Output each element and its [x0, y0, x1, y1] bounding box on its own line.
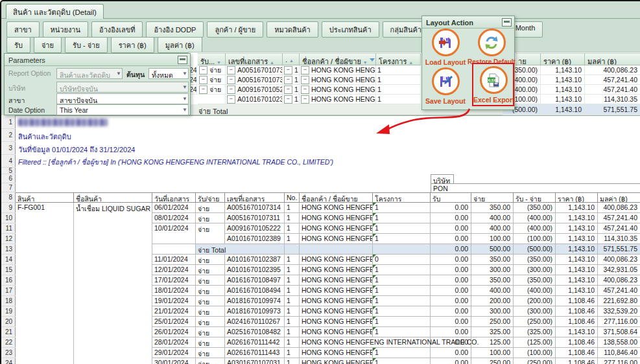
grid-column-header[interactable]: รับ...▼ [198, 53, 226, 65]
sheet-cell-doc-number[interactable]: A0251670108482 [225, 327, 285, 337]
sheet-cell-recpay[interactable]: จ่าย [196, 255, 225, 265]
sheet-cell-pay[interactable]: 400.00 [471, 213, 514, 223]
sheet-cell-date[interactable]: 18/01/2024 [152, 286, 196, 296]
row-number[interactable]: 19 [1, 306, 16, 317]
sheet-cell-no[interactable]: 1 [285, 358, 300, 364]
sheet-cell-doc-number[interactable]: A0091670105222 [225, 223, 285, 234]
sheet-cell-product-name[interactable]: น้ำเชื่อม LIQUID SUGAR [74, 203, 152, 364]
sheet-cell-project[interactable]: 1 [373, 306, 431, 317]
tab-detail-report[interactable]: สินค้า และวัตถุดิบ (Detail) [6, 4, 104, 19]
row-number[interactable]: 15 [1, 265, 16, 275]
sheet-cell-value[interactable]: 400,086.23 [598, 203, 640, 213]
sheet-cell-recpay[interactable]: จ่าย [196, 296, 225, 306]
sheet-cell-receive[interactable]: 0.00 [431, 296, 471, 306]
sheet-cell[interactable] [373, 244, 431, 255]
sheet-cell-net[interactable]: (300.00) [514, 265, 556, 275]
sheet-total-label[interactable]: จ่าย Total [196, 244, 225, 255]
sheet-cell-price[interactable]: 1,108.46 [556, 337, 598, 348]
branch-select[interactable]: สาขาปัจจุบัน▼ [56, 93, 189, 104]
sheet-cell-doc-number[interactable]: A0241670110267 [225, 317, 285, 327]
sheet-cell-recpay[interactable]: จ่าย [196, 317, 225, 327]
sheet-cell-doc-number[interactable]: A0101670102389 [225, 234, 285, 244]
field-button[interactable]: ลูกค้า / ผู้ขาย [207, 21, 263, 38]
sheet-cell-net[interactable]: (400.00) [514, 213, 556, 223]
sheet-cell[interactable] [285, 244, 300, 255]
sheet-cell-project[interactable]: 1 [373, 327, 431, 337]
filter-dropdown-icon[interactable]: ▼ [363, 60, 368, 65]
company-band-label[interactable]: บริษัท [431, 174, 454, 184]
sheet-cell-project[interactable]: 1 [373, 348, 431, 358]
sheet-cell-net[interactable]: (350.00) [514, 275, 556, 286]
sheet-cell-customer[interactable]: HONG KONG HENGFENG INTERN [300, 255, 373, 265]
row-number[interactable]: 9 [1, 203, 16, 213]
sheet-cell-project[interactable]: 1 [373, 265, 431, 275]
sheet-cell-no[interactable]: 1 [285, 306, 300, 317]
grid-column-header[interactable]: โครงการ▲ [376, 53, 421, 65]
sheet-cell-no[interactable]: 1 [285, 223, 300, 234]
grid-cell-no[interactable]: −1 [283, 75, 300, 85]
sheet-cell-no[interactable]: 1 [285, 234, 300, 244]
sheet-cell-value[interactable]: 457,241.40 [598, 213, 640, 223]
grid-cell-price[interactable]: 1,143.10 [541, 75, 585, 85]
sheet-cell-no[interactable]: 1 [285, 275, 300, 286]
sheet-cell-net[interactable]: (100.00) [514, 348, 556, 358]
collapse-icon[interactable]: − [199, 66, 207, 74]
sheet-cell-price[interactable]: 1,143.10 [556, 234, 598, 244]
grid-cell-customer[interactable]: −HONG KONG HENGFENG I... [300, 95, 376, 104]
restore-default-button[interactable]: Restore Default [467, 28, 516, 65]
collapse-icon[interactable]: − [199, 76, 207, 84]
sheet-cell-no[interactable]: 1 [285, 348, 300, 358]
sheet-header-cell[interactable]: มูลค่า (฿) [598, 192, 640, 203]
row-number[interactable]: 20 [1, 317, 16, 327]
sheet-cell-net[interactable]: (350.00) [514, 203, 556, 213]
sheet-cell-receive[interactable]: 0.00 [431, 223, 471, 234]
sheet-header-cell[interactable]: เลขที่เอกสาร [225, 192, 285, 203]
field-button[interactable]: สาขา [6, 21, 40, 38]
sheet-cell[interactable] [300, 244, 373, 255]
sheet-cell-project[interactable]: 1 [373, 213, 431, 223]
sheet-cell-doc-number[interactable]: A0261670111442 [225, 337, 285, 348]
collapse-icon[interactable]: − [301, 76, 309, 84]
sheet-cell-product-code[interactable]: F-FG001 [16, 203, 74, 364]
field-button[interactable]: หน่วยงาน [43, 21, 88, 38]
sheet-cell-customer[interactable]: HONG KONG HENGFENG INTERN [300, 296, 373, 306]
grid-cell-recpay[interactable]: −จ่าย [198, 65, 226, 75]
sheet-cell[interactable] [152, 244, 196, 255]
sheet-cell-project[interactable]: 1 [373, 317, 431, 327]
row-number[interactable]: 8 [1, 192, 16, 203]
sheet-cell-pay[interactable]: 100.00 [471, 234, 514, 244]
sheet-header-cell[interactable]: ชื่อสินค้า [74, 192, 152, 203]
sheet-cell-value[interactable]: 342,931.05 [598, 265, 640, 275]
sheet-cell-doc-number[interactable]: A0161670108494 [225, 286, 285, 296]
row-number[interactable]: 24 [1, 358, 16, 364]
sheet-cell-customer[interactable]: HONG KONG HENGFENG INTERN [300, 286, 373, 296]
sheet-cell-net[interactable]: (400.00) [514, 223, 556, 234]
sheet-cell-date[interactable]: 17/01/2024 [152, 275, 196, 286]
sheet-cell-price[interactable]: 1,108.46 [556, 317, 598, 327]
sheet-cell-value[interactable]: 400,086.23 [598, 275, 640, 286]
sheet-cell-no[interactable]: 1 [285, 327, 300, 337]
sheet-cell-date[interactable]: 21/01/2024 [152, 306, 196, 317]
sheet-cell[interactable] [225, 244, 285, 255]
sheet-cell-price[interactable]: 1,143.10 [556, 223, 598, 234]
minimize-icon[interactable] [178, 56, 187, 64]
sheet-cell-pay[interactable]: 350.00 [471, 255, 514, 265]
sheet-cell-project[interactable]: 1 [373, 223, 431, 234]
sheet-cell-customer[interactable]: HONG KONG HENGFENG INTERN [300, 358, 373, 364]
sheet-cell-value[interactable]: 114,310.35 [598, 234, 640, 244]
grid-cell-value[interactable]: 400,086.23 [585, 65, 640, 75]
sheet-cell-pay[interactable]: 400.00 [471, 223, 514, 234]
grid-cell-recpay[interactable]: −จ่าย [198, 75, 226, 85]
sheet-header-cell[interactable]: ชื่อลูกค้า / ชื่อผู้ขาย [300, 192, 373, 203]
sheet-cell-no[interactable]: 1 [285, 317, 300, 327]
sheet-cell-recpay[interactable]: จ่าย [196, 203, 225, 213]
row-number[interactable]: 1 [1, 116, 16, 129]
field-button[interactable]: หมวดสินค้า [267, 21, 318, 38]
sheet-cell-no[interactable]: 1 [285, 286, 300, 296]
sheet-cell-no[interactable]: 1 [285, 296, 300, 306]
sheet-cell-doc-number[interactable]: A0051670107314 [225, 203, 285, 213]
grid-cell-no[interactable]: −1 [283, 95, 300, 104]
sheet-cell-pay[interactable]: 250.00 [471, 317, 514, 327]
sheet-cell-receive[interactable]: 0.00 [431, 255, 471, 265]
sheet-cell-price[interactable]: 1,143.10 [556, 203, 598, 213]
